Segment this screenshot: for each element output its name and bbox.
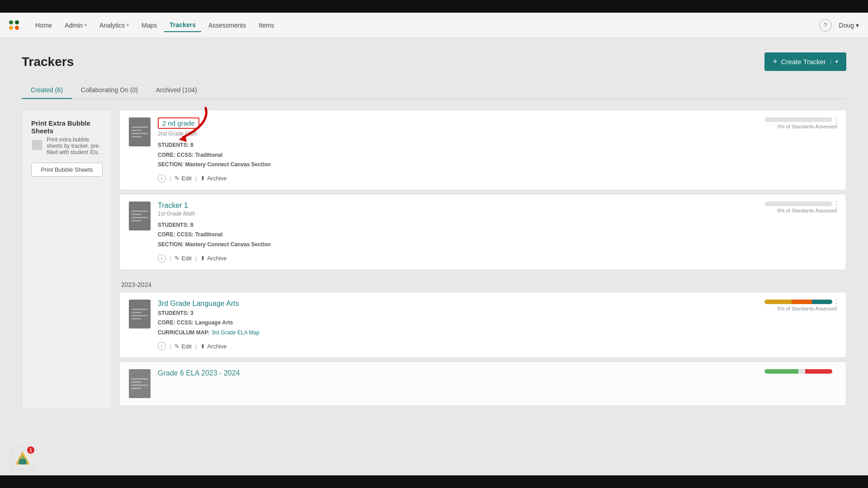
user-name: Doug — [839, 22, 854, 29]
help-icon: ? — [824, 22, 827, 28]
tab-collaborating[interactable]: Collaborating On (0) — [72, 82, 147, 99]
info-icon-2nd-grade[interactable]: i — [158, 174, 166, 183]
tracker-thumbnail-1 — [129, 202, 151, 230]
admin-chevron-icon: ▾ — [85, 23, 87, 28]
year-group-2023-2024: 2023-2024 — [119, 281, 846, 288]
bubble-sheet-icon: ▦ — [31, 136, 43, 151]
tracker-name-grade6[interactable]: Grade 6 ELA 2023 - 2024 — [158, 369, 757, 377]
edit-link-3rd-ela[interactable]: ✎ Edit — [175, 343, 191, 350]
nav-logo[interactable] — [9, 20, 19, 30]
tracker-subject-2nd-grade: 2nd Grade Math — [158, 131, 757, 137]
edit-icon-2nd-grade: ✎ — [175, 175, 179, 182]
tracker-meta-2nd-grade: STUDENTS: 8 CORE: CCSS: Traditional SECT… — [158, 141, 757, 170]
tab-created[interactable]: Created (6) — [22, 82, 72, 99]
help-button[interactable]: ? — [819, 19, 832, 32]
archive-link-tracker1[interactable]: ⬆ Archive — [200, 255, 226, 262]
edit-icon-3rd-ela: ✎ — [175, 343, 179, 350]
tracker-card-3rd-ela: 3rd Grade Language Arts STUDENTS: 3 CORE… — [119, 292, 846, 358]
tracker-meta-3rd-ela: STUDENTS: 3 CORE: CCSS: Language Arts CU… — [158, 309, 757, 338]
tracker-thumbnail-3rd-ela — [129, 300, 151, 328]
nav-item-home[interactable]: Home — [30, 19, 57, 32]
tracker-subject-1: 1st Grade Math — [158, 211, 757, 217]
tracker-progress-3rd-ela: 5% of Standards Assessed — [764, 300, 837, 311]
tracker-progress-2nd-grade: 0% of Standards Assessed — [764, 117, 837, 129]
navigation: Home Admin ▾ Analytics ▾ Maps Trackers A… — [0, 13, 868, 38]
progress-label-2nd-grade: 0% of Standards Assessed — [764, 124, 837, 129]
user-menu[interactable]: Doug ▾ — [839, 22, 859, 29]
archive-icon-tracker1: ⬆ — [200, 255, 205, 262]
user-chevron-icon: ▾ — [856, 22, 859, 29]
tracker-progress-grade6 — [764, 369, 837, 375]
edit-link-2nd-grade[interactable]: ✎ Edit — [175, 175, 191, 182]
tracker-card-grade6-ela: Grade 6 ELA 2023 - 2024 — [119, 361, 846, 406]
nav-item-admin[interactable]: Admin ▾ — [59, 19, 92, 32]
archive-icon-3rd-ela: ⬆ — [200, 343, 205, 350]
progress-label-tracker1: 0% of Standards Assessed — [764, 208, 837, 213]
svg-rect-4 — [19, 459, 26, 465]
tracker-progress-tracker1: 0% of Standards Assessed — [764, 202, 837, 213]
plus-icon: + — [773, 57, 778, 66]
edit-link-tracker1[interactable]: ✎ Edit — [175, 255, 191, 262]
analytics-chevron-icon: ▾ — [127, 23, 129, 28]
tracker-name-2nd-grade[interactable]: 2 nd grade — [158, 117, 199, 129]
trackers-list: 2 nd grade 2nd Grade Math STUDENTS: 8 CO… — [119, 110, 846, 409]
archive-icon-2nd-grade: ⬆ — [200, 175, 205, 182]
tracker-meta-1: STUDENTS: 8 CORE: CCSS: Traditional SECT… — [158, 221, 757, 250]
create-chevron-icon: ▾ — [830, 59, 838, 65]
nav-item-assessments[interactable]: Assessments — [203, 19, 251, 32]
create-tracker-label: Create Tracker — [781, 58, 826, 66]
notification-badge: 1 — [27, 446, 34, 454]
edit-icon-tracker1: ✎ — [175, 255, 179, 262]
mc-notification-widget[interactable]: 1 — [11, 446, 34, 470]
create-tracker-button[interactable]: + Create Tracker ▾ — [764, 52, 846, 71]
nav-item-analytics[interactable]: Analytics ▾ — [94, 19, 134, 32]
nav-item-items[interactable]: Items — [253, 19, 279, 32]
main-content: Trackers + Create Tracker ▾ Created (6) … — [0, 38, 868, 475]
tracker-thumbnail — [129, 117, 151, 146]
tracker-name-1[interactable]: Tracker 1 — [158, 202, 757, 210]
kebab-menu-tracker1[interactable]: ⋮ — [832, 200, 840, 210]
panel-title: Print Extra Bubble Sheets — [31, 119, 103, 135]
tabs-container: Created (6) Collaborating On (0) Archive… — [22, 82, 846, 99]
archive-link-2nd-grade[interactable]: ⬆ Archive — [200, 175, 226, 182]
print-bubble-sheets-button[interactable]: Print Bubble Sheets — [31, 163, 103, 177]
page-title: Trackers — [22, 55, 74, 69]
curriculum-map-link[interactable]: 3rd Grade ELA Map — [212, 329, 259, 336]
sidebar-panel: Print Extra Bubble Sheets ▦ Print extra … — [22, 110, 112, 409]
info-icon-tracker1[interactable]: i — [158, 254, 166, 263]
tracker-thumbnail-grade6 — [129, 369, 151, 398]
tracker-card-tracker1: Tracker 1 1st Grade Math STUDENTS: 8 COR… — [119, 194, 846, 270]
kebab-menu-3rd-ela[interactable]: ⋮ — [832, 298, 840, 308]
nav-item-trackers[interactable]: Trackers — [164, 19, 201, 32]
info-icon-3rd-ela[interactable]: i — [158, 342, 166, 350]
nav-item-maps[interactable]: Maps — [136, 19, 162, 32]
tracker-name-3rd-ela[interactable]: 3rd Grade Language Arts — [158, 300, 757, 308]
tab-archived[interactable]: Archived (104) — [147, 82, 206, 99]
kebab-menu-2nd-grade[interactable]: ⋮ — [832, 116, 840, 126]
tracker-card-2nd-grade: 2 nd grade 2nd Grade Math STUDENTS: 8 CO… — [119, 110, 846, 190]
progress-label-3rd-ela: 5% of Standards Assessed — [764, 306, 837, 311]
panel-description: ▦ Print extra bubble sheets by tracker, … — [31, 136, 103, 155]
top-bar — [0, 0, 868, 13]
archive-link-3rd-ela[interactable]: ⬆ Archive — [200, 343, 226, 350]
